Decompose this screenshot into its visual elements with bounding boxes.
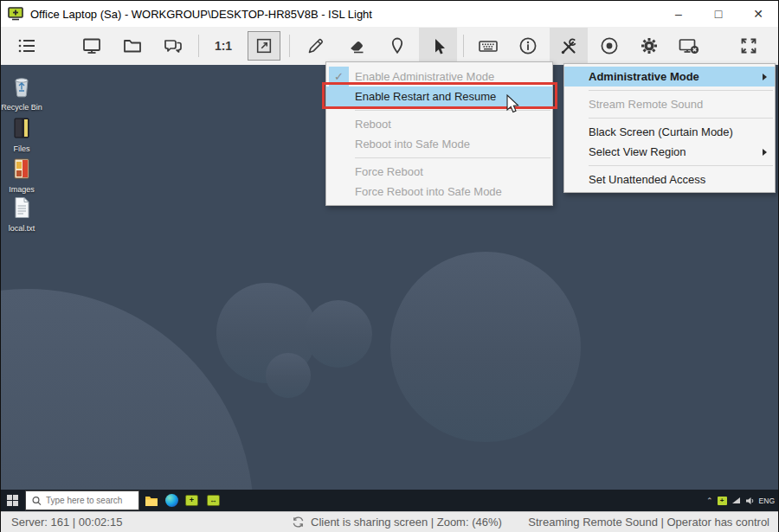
actual-size-button[interactable]: 1:1 xyxy=(204,29,242,63)
menu-separator xyxy=(355,110,550,111)
tray-isl-icon[interactable]: + xyxy=(718,497,727,505)
wallpaper-sphere xyxy=(266,353,311,398)
menu-item-set-unattended-access[interactable]: Set Unattended Access xyxy=(564,170,775,189)
submenu-arrow-icon xyxy=(763,74,767,80)
system-tray: ⌃ + ENG xyxy=(706,490,775,511)
menu-item-label: Force Reboot xyxy=(355,165,423,178)
taskbar-edge-browser[interactable] xyxy=(164,493,179,508)
wallpaper-sphere xyxy=(305,300,372,368)
toolbar-separator xyxy=(198,35,199,57)
keyboard-button[interactable] xyxy=(469,29,507,63)
desktop-icon-recycle-bin[interactable]: Recycle Bin xyxy=(1,74,42,112)
desktop-view-button[interactable] xyxy=(73,29,111,63)
tray-language[interactable]: ENG xyxy=(759,497,775,505)
title-bar: Office Laptop (Sa) - WORKGROUP\DESKTOP-H… xyxy=(1,1,778,27)
network-icon[interactable] xyxy=(731,497,741,504)
cursor-icon xyxy=(428,36,448,57)
images-folder-icon xyxy=(11,157,32,180)
text-document-icon xyxy=(12,196,31,219)
laser-pointer-icon xyxy=(387,35,408,56)
toolbar: 1:1 xyxy=(1,27,778,65)
menu-item-label: Force Reboot into Safe Mode xyxy=(355,185,502,198)
desktop-icon-files[interactable]: Files xyxy=(1,117,42,153)
isl-light-window: Office Laptop (Sa) - WORKGROUP\DESKTOP-H… xyxy=(0,0,779,532)
desktop-icon-images[interactable]: Images xyxy=(1,157,42,194)
draw-button[interactable] xyxy=(297,29,335,63)
monitor-icon xyxy=(81,35,102,56)
minimize-button[interactable]: – xyxy=(659,1,699,27)
mouse-cursor xyxy=(505,94,521,115)
keyboard-icon xyxy=(477,35,499,56)
remote-cursor-button[interactable] xyxy=(419,28,457,65)
search-icon xyxy=(30,495,44,507)
submenu-arrow-icon xyxy=(763,149,767,156)
fit-screen-button[interactable] xyxy=(248,31,280,61)
erase-button[interactable] xyxy=(338,29,376,63)
desktop-icon-label: Images xyxy=(1,185,42,194)
tools-button[interactable] xyxy=(550,28,588,65)
session-list-icon xyxy=(16,35,37,56)
tools-icon xyxy=(558,36,579,57)
menu-separator xyxy=(589,118,773,119)
start-button[interactable] xyxy=(1,490,24,511)
menu-item-label: Administrative Mode xyxy=(589,70,699,83)
sync-icon xyxy=(292,516,305,529)
eraser-icon xyxy=(346,35,367,56)
toolbar-separator xyxy=(289,35,290,57)
chat-icon xyxy=(162,35,184,56)
file-transfer-button[interactable] xyxy=(113,29,151,63)
fit-screen-icon xyxy=(254,36,274,55)
menu-item-black-screen[interactable]: Black Screen (Curtain Mode) xyxy=(564,122,775,142)
taskbar-isl-light[interactable]: + xyxy=(184,493,199,508)
remote-taskbar: + ↔ ⌃ + ENG xyxy=(1,490,778,511)
menu-item-label: Reboot xyxy=(355,118,391,131)
menu-separator xyxy=(589,165,773,166)
close-button[interactable]: ✕ xyxy=(738,1,778,27)
taskbar-search[interactable] xyxy=(25,490,139,510)
maximize-button[interactable]: □ xyxy=(699,1,738,27)
settings-button[interactable] xyxy=(630,29,668,63)
wallpaper-sphere xyxy=(1,289,254,490)
folder-icon xyxy=(122,35,143,56)
menu-item-stream-remote-sound[interactable]: Stream Remote Sound xyxy=(564,94,775,114)
file-explorer-icon xyxy=(145,495,158,507)
menu-item-reboot[interactable]: Reboot xyxy=(326,114,552,134)
annotation-highlight-box xyxy=(322,82,557,109)
fullscreen-button[interactable] xyxy=(730,29,768,63)
speaker-icon[interactable] xyxy=(745,497,755,505)
pointer-marker-button[interactable] xyxy=(378,29,416,63)
info-button[interactable] xyxy=(509,29,547,63)
session-list-button[interactable] xyxy=(8,29,46,63)
menu-item-force-reboot[interactable]: Force Reboot xyxy=(326,162,552,182)
edge-browser-icon xyxy=(165,494,178,507)
record-icon xyxy=(599,35,620,56)
actual-size-icon: 1:1 xyxy=(215,39,232,53)
settings-gear-icon xyxy=(639,35,660,56)
menu-item-select-view-region[interactable]: Select View Region xyxy=(564,142,775,162)
menu-separator xyxy=(355,157,550,158)
isl-connect-icon: ↔ xyxy=(207,495,220,506)
tray-chevron-icon[interactable]: ⌃ xyxy=(706,497,713,505)
fullscreen-icon xyxy=(738,35,759,56)
desktop-icon-local-txt[interactable]: local.txt xyxy=(1,196,42,233)
disconnect-icon xyxy=(678,35,700,56)
menu-item-label: Black Screen (Curtain Mode) xyxy=(589,125,733,138)
disconnect-button[interactable] xyxy=(670,29,708,63)
taskbar-isl-connect[interactable]: ↔ xyxy=(206,493,221,508)
search-input[interactable] xyxy=(46,496,132,505)
menu-item-force-reboot-safe-mode[interactable]: Force Reboot into Safe Mode xyxy=(326,182,552,202)
menu-item-administrative-mode[interactable]: Administrative Mode xyxy=(564,67,775,87)
chat-button[interactable] xyxy=(154,29,192,63)
isl-light-icon: + xyxy=(185,495,198,506)
menu-item-label: Enable Administrative Mode xyxy=(355,70,494,83)
record-button[interactable] xyxy=(590,29,628,63)
windows-logo-icon xyxy=(7,495,18,506)
desktop-icon-label: Files xyxy=(1,144,42,153)
toolbar-separator xyxy=(463,35,464,57)
sharing-status-text: Client is sharing screen | Zoom: (46%) xyxy=(311,516,502,529)
app-icon xyxy=(8,7,23,21)
window-title: Office Laptop (Sa) - WORKGROUP\DESKTOP-H… xyxy=(30,8,372,21)
taskbar-file-explorer[interactable] xyxy=(144,493,158,508)
tools-menu: Administrative Mode Stream Remote Sound … xyxy=(563,63,776,193)
menu-item-reboot-safe-mode[interactable]: Reboot into Safe Mode xyxy=(326,134,552,154)
